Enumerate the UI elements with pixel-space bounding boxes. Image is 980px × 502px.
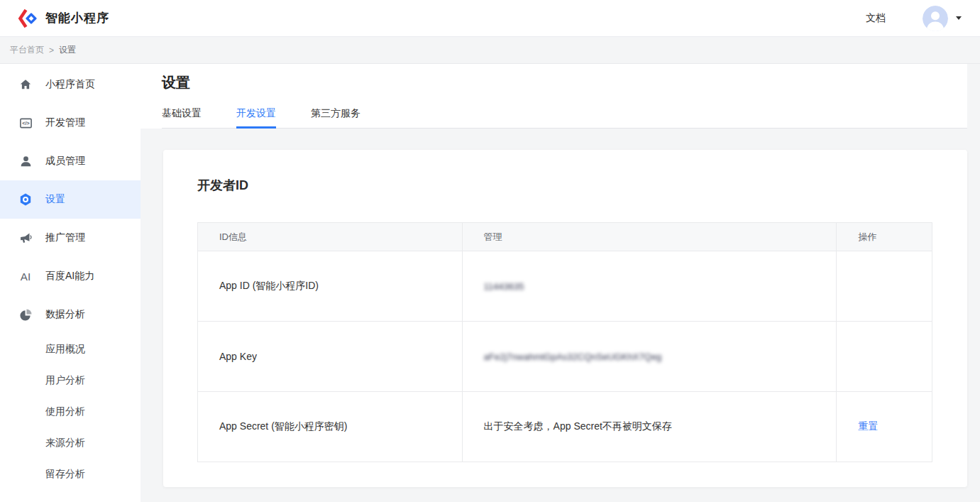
table-row-2: App Secret (智能小程序密钥)出于安全考虑，App Secret不再被… [198,392,932,462]
sidebar-item-label: 小程序首页 [45,78,95,91]
settings-icon [18,192,33,207]
sidebar-item-pie-chart[interactable]: 数据分析 [0,295,141,334]
avatar[interactable] [923,6,948,31]
sidebar-item-label: 百度AI能力 [45,270,94,283]
svg-text:</>: </> [22,121,29,126]
account-dropdown-caret-icon[interactable] [956,16,962,20]
breadcrumb: 平台首页 > 设置 [0,37,980,64]
tab-1-active[interactable]: 开发设置 [236,107,276,128]
developer-id-heading: 开发者ID [197,177,932,194]
column-header-2: 操作 [837,223,932,251]
code-icon: </> [18,115,33,131]
management-cell: 11443635 [462,251,837,322]
brand[interactable]: 智能小程序 [17,9,109,28]
breadcrumb-separator: > [49,45,54,55]
sidebar-subitem-3[interactable]: 来源分析 [0,427,141,459]
settings-tabbar: 基础设置开发设置第三方服务 [162,107,967,129]
smartapp-logo-icon [17,9,38,28]
blurred-value: aFe2j7nwahmtGpAs32CQnSeUGKhX7Qeg [484,351,662,362]
sidebar-item-megaphone[interactable]: 推广管理 [0,219,141,257]
sidebar-item-code[interactable]: </>开发管理 [0,104,141,142]
sidebar-subitem-0[interactable]: 应用概况 [0,334,141,365]
tab-0[interactable]: 基础设置 [162,107,202,128]
sidebar-nav: 小程序首页</>开发管理成员管理设置推广管理AI百度AI能力数据分析 应用概况用… [0,64,141,502]
management-cell: 出于安全考虑，App Secret不再被明文保存 [462,392,837,462]
brand-name: 智能小程序 [45,10,109,26]
tab-2[interactable]: 第三方服务 [311,107,360,128]
sidebar-item-label: 数据分析 [45,308,85,321]
sidebar-item-label: 成员管理 [45,155,85,168]
breadcrumb-platform-home[interactable]: 平台首页 [10,44,44,56]
home-icon [18,77,33,92]
action-cell [837,322,932,392]
sidebar-subitem-4[interactable]: 留存分析 [0,459,141,490]
sidebar-item-member[interactable]: 成员管理 [0,142,141,180]
breadcrumb-settings: 设置 [59,44,76,56]
id-info-cell: App ID (智能小程序ID) [198,251,463,322]
main-content: 设置 基础设置开发设置第三方服务 开发者ID ID信息管理操作 App ID (… [141,64,980,502]
sidebar-item-label: 推广管理 [45,231,85,244]
sidebar-subitem-1[interactable]: 用户分析 [0,365,141,396]
docs-link[interactable]: 文档 [866,12,886,25]
management-cell: aFe2j7nwahmtGpAs32CQnSeUGKhX7Qeg [462,322,837,392]
sidebar-item-ai[interactable]: AI百度AI能力 [0,257,141,295]
pie-chart-icon [18,307,33,322]
sidebar-item-label: 开发管理 [45,116,85,129]
reset-button[interactable]: 重置 [858,420,878,432]
sidebar-item-home[interactable]: 小程序首页 [0,65,141,104]
column-header-0: ID信息 [198,223,463,251]
sidebar-subitem-2[interactable]: 使用分析 [0,396,141,427]
megaphone-icon [18,230,33,246]
action-cell [837,251,932,322]
top-header: 智能小程序 文档 [0,0,980,37]
column-header-1: 管理 [462,223,837,251]
developer-id-card: 开发者ID ID信息管理操作 App ID (智能小程序ID)11443635A… [163,150,967,487]
sidebar-menu: 小程序首页</>开发管理成员管理设置推广管理AI百度AI能力数据分析 [0,65,141,334]
id-info-cell: App Secret (智能小程序密钥) [198,392,463,462]
sidebar-submenu: 应用概况用户分析使用分析来源分析留存分析 [0,334,141,490]
action-cell: 重置 [837,392,932,462]
sidebar-item-label: 设置 [45,193,65,206]
sidebar-item-settings[interactable]: 设置 [0,180,141,219]
management-text: 出于安全考虑，App Secret不再被明文保存 [484,420,672,432]
table-row-0: App ID (智能小程序ID)11443635 [198,251,932,322]
ai-icon: AI [18,268,33,284]
developer-id-table: ID信息管理操作 App ID (智能小程序ID)11443635App Key… [197,222,932,462]
member-icon [18,153,33,169]
page-title: 设置 [162,73,967,92]
svg-text:AI: AI [21,270,31,282]
settings-header-section: 设置 基础设置开发设置第三方服务 [141,64,967,129]
id-info-cell: App Key [198,322,463,392]
blurred-value: 11443635 [484,281,524,292]
table-row-1: App KeyaFe2j7nwahmtGpAs32CQnSeUGKhX7Qeg [198,322,932,392]
